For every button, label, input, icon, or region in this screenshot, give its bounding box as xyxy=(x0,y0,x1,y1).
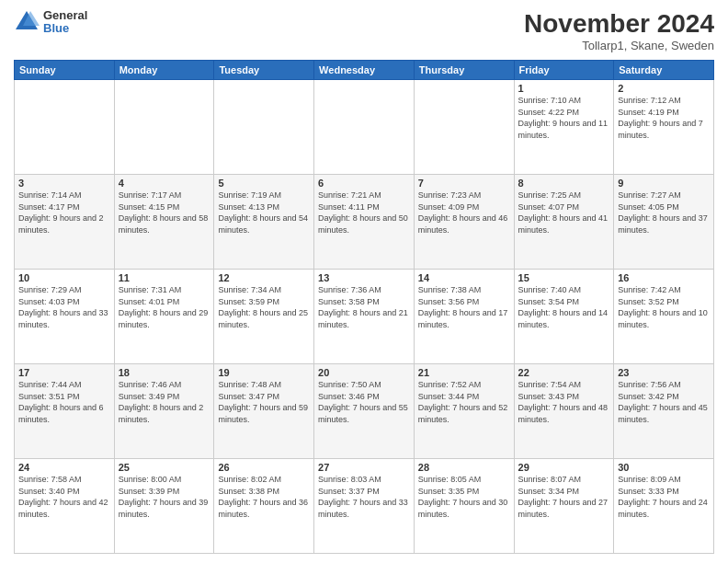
col-saturday: Saturday xyxy=(614,61,714,80)
col-sunday: Sunday xyxy=(15,61,115,80)
day-number: 13 xyxy=(318,272,410,283)
calendar-week-3: 10Sunrise: 7:29 AMSunset: 4:03 PMDayligh… xyxy=(15,270,714,364)
calendar-cell: 11Sunrise: 7:31 AMSunset: 4:01 PMDayligh… xyxy=(114,270,214,364)
calendar-cell xyxy=(15,80,115,175)
logo-blue: Blue xyxy=(43,22,87,35)
day-info: Sunrise: 7:50 AMSunset: 3:46 PMDaylight:… xyxy=(318,379,410,425)
day-number: 10 xyxy=(18,272,110,283)
day-info: Sunrise: 8:05 AMSunset: 3:35 PMDaylight:… xyxy=(418,474,510,520)
col-monday: Monday xyxy=(114,61,214,80)
calendar-cell: 1Sunrise: 7:10 AMSunset: 4:22 PMDaylight… xyxy=(514,80,614,175)
calendar-cell: 14Sunrise: 7:38 AMSunset: 3:56 PMDayligh… xyxy=(414,270,514,364)
day-info: Sunrise: 7:52 AMSunset: 3:44 PMDaylight:… xyxy=(418,379,510,425)
day-number: 11 xyxy=(119,272,210,283)
month-title: November 2024 xyxy=(524,9,714,39)
day-info: Sunrise: 7:17 AMSunset: 4:15 PMDaylight:… xyxy=(119,190,210,236)
day-number: 24 xyxy=(18,462,110,473)
day-number: 1 xyxy=(518,83,610,94)
day-number: 20 xyxy=(318,367,410,378)
day-info: Sunrise: 7:34 AMSunset: 3:59 PMDaylight:… xyxy=(218,284,310,330)
day-info: Sunrise: 7:19 AMSunset: 4:13 PMDaylight:… xyxy=(218,190,310,236)
calendar-cell: 24Sunrise: 7:58 AMSunset: 3:40 PMDayligh… xyxy=(15,459,115,554)
day-number: 8 xyxy=(518,178,610,189)
day-info: Sunrise: 7:58 AMSunset: 3:40 PMDaylight:… xyxy=(18,474,110,520)
calendar-cell: 18Sunrise: 7:46 AMSunset: 3:49 PMDayligh… xyxy=(114,364,214,459)
col-thursday: Thursday xyxy=(414,61,514,80)
calendar-cell: 3Sunrise: 7:14 AMSunset: 4:17 PMDaylight… xyxy=(15,175,115,270)
calendar-cell: 21Sunrise: 7:52 AMSunset: 3:44 PMDayligh… xyxy=(414,364,514,459)
day-info: Sunrise: 7:29 AMSunset: 4:03 PMDaylight:… xyxy=(18,284,110,330)
calendar-cell: 28Sunrise: 8:05 AMSunset: 3:35 PMDayligh… xyxy=(414,459,514,554)
day-info: Sunrise: 8:07 AMSunset: 3:34 PMDaylight:… xyxy=(518,474,610,520)
day-number: 27 xyxy=(318,462,410,473)
day-number: 18 xyxy=(119,367,210,378)
calendar-cell: 7Sunrise: 7:23 AMSunset: 4:09 PMDaylight… xyxy=(414,175,514,270)
calendar-cell: 12Sunrise: 7:34 AMSunset: 3:59 PMDayligh… xyxy=(214,270,314,364)
title-section: November 2024 Tollarp1, Skane, Sweden xyxy=(524,9,714,52)
day-info: Sunrise: 7:25 AMSunset: 4:07 PMDaylight:… xyxy=(518,190,610,236)
day-info: Sunrise: 8:00 AMSunset: 3:39 PMDaylight:… xyxy=(119,474,210,520)
day-number: 22 xyxy=(518,367,610,378)
day-info: Sunrise: 7:21 AMSunset: 4:11 PMDaylight:… xyxy=(318,190,410,236)
logo-text: General Blue xyxy=(43,9,87,36)
day-info: Sunrise: 7:12 AMSunset: 4:19 PMDaylight:… xyxy=(618,95,710,141)
day-number: 6 xyxy=(318,178,410,189)
day-info: Sunrise: 8:03 AMSunset: 3:37 PMDaylight:… xyxy=(318,474,410,520)
calendar-cell: 25Sunrise: 8:00 AMSunset: 3:39 PMDayligh… xyxy=(114,459,214,554)
calendar-cell: 26Sunrise: 8:02 AMSunset: 3:38 PMDayligh… xyxy=(214,459,314,554)
calendar-week-5: 24Sunrise: 7:58 AMSunset: 3:40 PMDayligh… xyxy=(15,459,714,554)
day-info: Sunrise: 7:46 AMSunset: 3:49 PMDaylight:… xyxy=(119,379,210,425)
calendar-cell xyxy=(114,80,214,175)
calendar-cell: 16Sunrise: 7:42 AMSunset: 3:52 PMDayligh… xyxy=(614,270,714,364)
day-number: 7 xyxy=(418,178,510,189)
calendar-header: Sunday Monday Tuesday Wednesday Thursday… xyxy=(15,61,714,80)
col-tuesday: Tuesday xyxy=(214,61,314,80)
day-number: 19 xyxy=(218,367,310,378)
header-row: Sunday Monday Tuesday Wednesday Thursday… xyxy=(15,61,714,80)
day-number: 15 xyxy=(518,272,610,283)
day-info: Sunrise: 7:48 AMSunset: 3:47 PMDaylight:… xyxy=(218,379,310,425)
calendar-cell: 6Sunrise: 7:21 AMSunset: 4:11 PMDaylight… xyxy=(314,175,415,270)
day-number: 28 xyxy=(418,462,510,473)
calendar: Sunday Monday Tuesday Wednesday Thursday… xyxy=(14,60,714,554)
day-number: 26 xyxy=(218,462,310,473)
calendar-cell: 19Sunrise: 7:48 AMSunset: 3:47 PMDayligh… xyxy=(214,364,314,459)
day-info: Sunrise: 7:23 AMSunset: 4:09 PMDaylight:… xyxy=(418,190,510,236)
calendar-cell: 2Sunrise: 7:12 AMSunset: 4:19 PMDaylight… xyxy=(614,80,714,175)
day-number: 23 xyxy=(618,367,710,378)
calendar-cell xyxy=(414,80,514,175)
day-number: 3 xyxy=(18,178,110,189)
calendar-cell xyxy=(214,80,314,175)
day-info: Sunrise: 7:10 AMSunset: 4:22 PMDaylight:… xyxy=(518,95,610,141)
logo-icon xyxy=(14,9,40,35)
calendar-body: 1Sunrise: 7:10 AMSunset: 4:22 PMDaylight… xyxy=(15,80,714,554)
calendar-cell: 4Sunrise: 7:17 AMSunset: 4:15 PMDaylight… xyxy=(114,175,214,270)
day-number: 9 xyxy=(618,178,710,189)
calendar-week-1: 1Sunrise: 7:10 AMSunset: 4:22 PMDaylight… xyxy=(15,80,714,175)
col-friday: Friday xyxy=(514,61,614,80)
day-number: 4 xyxy=(119,178,210,189)
location: Tollarp1, Skane, Sweden xyxy=(524,39,714,52)
day-number: 5 xyxy=(218,178,310,189)
page: General Blue November 2024 Tollarp1, Ska… xyxy=(0,0,728,563)
header: General Blue November 2024 Tollarp1, Ska… xyxy=(14,9,714,52)
day-info: Sunrise: 7:54 AMSunset: 3:43 PMDaylight:… xyxy=(518,379,610,425)
day-info: Sunrise: 7:56 AMSunset: 3:42 PMDaylight:… xyxy=(618,379,710,425)
calendar-cell: 15Sunrise: 7:40 AMSunset: 3:54 PMDayligh… xyxy=(514,270,614,364)
calendar-cell: 30Sunrise: 8:09 AMSunset: 3:33 PMDayligh… xyxy=(614,459,714,554)
calendar-cell: 23Sunrise: 7:56 AMSunset: 3:42 PMDayligh… xyxy=(614,364,714,459)
day-info: Sunrise: 8:09 AMSunset: 3:33 PMDaylight:… xyxy=(618,474,710,520)
day-info: Sunrise: 7:31 AMSunset: 4:01 PMDaylight:… xyxy=(119,284,210,330)
calendar-cell: 20Sunrise: 7:50 AMSunset: 3:46 PMDayligh… xyxy=(314,364,415,459)
day-info: Sunrise: 7:27 AMSunset: 4:05 PMDaylight:… xyxy=(618,190,710,236)
day-number: 2 xyxy=(618,83,710,94)
day-number: 29 xyxy=(518,462,610,473)
col-wednesday: Wednesday xyxy=(314,61,415,80)
day-info: Sunrise: 7:44 AMSunset: 3:51 PMDaylight:… xyxy=(18,379,110,425)
day-info: Sunrise: 7:38 AMSunset: 3:56 PMDaylight:… xyxy=(418,284,510,330)
day-info: Sunrise: 7:14 AMSunset: 4:17 PMDaylight:… xyxy=(18,190,110,236)
calendar-week-4: 17Sunrise: 7:44 AMSunset: 3:51 PMDayligh… xyxy=(15,364,714,459)
calendar-week-2: 3Sunrise: 7:14 AMSunset: 4:17 PMDaylight… xyxy=(15,175,714,270)
calendar-cell: 10Sunrise: 7:29 AMSunset: 4:03 PMDayligh… xyxy=(15,270,115,364)
day-number: 12 xyxy=(218,272,310,283)
